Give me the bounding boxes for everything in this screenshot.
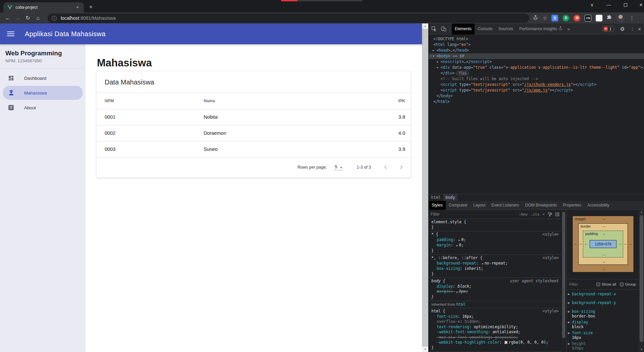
rendering-paint-icon[interactable] [548, 212, 552, 217]
window-minimize-button[interactable]: — [602, 0, 616, 10]
sidebar-tab-event-listeners[interactable]: Event Listeners [488, 201, 522, 210]
sidebar-tab-styles[interactable]: Styles [429, 201, 446, 210]
devtools-tab-console[interactable]: Console [475, 23, 495, 35]
css-property[interactable]: margin: ▶0; [431, 243, 559, 248]
hamburger-menu-icon[interactable] [7, 30, 14, 38]
sidebar-item-dashboard[interactable]: Dashboard [3, 71, 83, 85]
dom-tree-line[interactable]: </div>flex [429, 70, 644, 76]
page-scrollbar[interactable]: ▲ ▼ [422, 23, 428, 352]
box-model-margin[interactable]: margin – – – – border – – – – padding – [573, 216, 634, 272]
dom-tree-line[interactable]: ⋯▼<body> == $0 [429, 53, 644, 59]
expander-right-icon[interactable]: ▶ [568, 342, 570, 345]
devtools-close-icon[interactable]: × [638, 26, 641, 32]
breadcrumb-body[interactable]: body [443, 194, 458, 201]
inherited-target[interactable]: html [456, 302, 466, 307]
scroll-up-icon[interactable]: ▲ [639, 210, 644, 215]
styles-action-cls[interactable]: .cls [531, 212, 540, 217]
expander-right-icon[interactable]: ▶ [433, 48, 434, 53]
dom-tree-line[interactable]: <html lang="en"> [429, 42, 644, 48]
box-model-content[interactable]: 1258×979 [590, 240, 616, 248]
devtools-tab-sources[interactable]: Sources [495, 23, 516, 35]
css-property[interactable]: background-repeat: ▶no-repeat; [431, 261, 559, 267]
css-property[interactable]: margin: ▶8px; [431, 289, 559, 295]
new-tab-button[interactable]: + [87, 3, 95, 12]
dom-tree-line[interactable]: ▶<div data-app="true" class="v-applicati… [429, 65, 644, 70]
site-info-icon[interactable]: i [52, 16, 57, 21]
share-icon[interactable] [533, 15, 538, 21]
style-origin-link[interactable]: user agent stylesheet [510, 279, 559, 284]
dom-tree-line[interactable]: ▶<head>…</head> [429, 48, 644, 53]
sidebar-item-mahasiswa[interactable]: Mahasiswa [3, 86, 83, 100]
translate-icon[interactable]: 文 [551, 15, 558, 21]
bookmark-star-icon[interactable]: ☆ [543, 15, 547, 21]
css-property[interactable]: -webkit-font-smoothing: antialiased; [431, 330, 559, 335]
css-property[interactable]: text-rendering: optimizeLegibility; [431, 325, 559, 330]
forward-button[interactable]: → [13, 13, 23, 23]
styles-scrollbar-thumb[interactable] [562, 212, 565, 338]
computed-scrollbar[interactable]: ▲ ▼ [639, 210, 644, 352]
dom-tree-line[interactable]: <!DOCTYPE html> [429, 36, 644, 42]
css-property[interactable]: -moz-osx-font-smoothing: grayscale; [431, 335, 559, 340]
expander-right-icon[interactable]: ▶ [568, 310, 570, 313]
browser-menu-icon[interactable]: ⋮ [629, 15, 634, 21]
show-sidebar-icon[interactable] [555, 212, 559, 217]
sidebar-tab-computed[interactable]: Computed [446, 201, 470, 210]
computed-scrollbar-thumb[interactable] [640, 215, 643, 342]
red-m-icon[interactable]: M [574, 15, 580, 21]
css-property[interactable]: display: block; [431, 284, 559, 289]
css-property[interactable]: font-size: 16px; [431, 314, 559, 319]
device-toolbar-icon[interactable] [439, 24, 448, 33]
profile-avatar[interactable] [616, 14, 625, 22]
tab-close-icon[interactable]: × [74, 4, 80, 10]
dom-tree-line[interactable]: ▶<noscript>…</noscript> [429, 59, 644, 65]
style-origin-link[interactable]: <style> [543, 309, 559, 314]
expander-right-icon[interactable]: ▶ [568, 321, 570, 324]
scroll-up-icon[interactable]: ▲ [422, 23, 428, 29]
inspect-element-icon[interactable] [430, 24, 438, 33]
window-close-button[interactable]: × [634, 0, 644, 10]
expander-right-icon[interactable]: ▶ [437, 65, 439, 70]
expander-right-icon[interactable]: ▶ [568, 301, 570, 304]
dom-tree-line[interactable]: </body> [429, 93, 644, 99]
bw-icon[interactable] [596, 15, 602, 21]
sidebar-tab-accessibility[interactable]: Accessibility [584, 201, 612, 210]
styles-action-[interactable]: + [542, 212, 545, 217]
page-scrollbar-thumb[interactable] [422, 29, 428, 347]
color-swatch-icon[interactable] [504, 341, 507, 344]
dom-tree-line[interactable]: </html> [429, 99, 644, 105]
box-model-border[interactable]: border – – – – padding – – – – 1258×979 [578, 223, 628, 265]
styles-action-hov[interactable]: :hov [519, 212, 528, 217]
styles-filter-input[interactable]: Filter [431, 212, 516, 217]
browser-tab[interactable]: coba-project × [3, 2, 84, 12]
styles-scrollbar[interactable] [561, 210, 566, 352]
breadcrumb-html[interactable]: html [429, 194, 443, 201]
previous-page-button[interactable] [379, 161, 392, 174]
tab-search-chevron[interactable]: ∨ [585, 0, 599, 10]
window-restore-button[interactable] [619, 0, 633, 10]
sidebar-tab-dom-breakpoints[interactable]: DOM Breakpoints [522, 201, 560, 210]
green-d-icon[interactable]: D [562, 15, 569, 21]
css-property[interactable]: box-sizing: inherit; [431, 266, 559, 272]
css-property[interactable]: overflow-x: hidden; [431, 319, 559, 325]
sidebar-tab-layout[interactable]: Layout [470, 201, 488, 210]
expander-right-icon[interactable]: ▶ [437, 59, 439, 65]
group-checkbox[interactable]: Group [620, 282, 636, 286]
sidebar-tab-properties[interactable]: Properties [560, 201, 585, 210]
error-badge[interactable]: ✕ 1 [602, 26, 614, 32]
computed-filter-input[interactable]: Filter [569, 282, 596, 286]
style-origin-link[interactable]: <style> [543, 255, 559, 261]
dom-tree-line[interactable]: <script type="text/javascript" src="/js/… [429, 87, 644, 93]
back-button[interactable]: ← [3, 13, 13, 23]
sidebar-item-about[interactable]: ?About [3, 101, 83, 115]
show-all-checkbox[interactable]: Show all [596, 282, 616, 286]
style-origin-link[interactable]: <style> [543, 232, 559, 237]
scroll-down-icon[interactable]: ▼ [422, 347, 428, 352]
reload-button[interactable]: ↻ [23, 13, 33, 23]
extensions-puzzle-icon[interactable] [606, 15, 612, 21]
expander-right-icon[interactable]: ▶ [568, 293, 570, 296]
devtools-tab-elements[interactable]: Elements [452, 23, 475, 35]
expander-down-icon[interactable]: ▼ [433, 53, 434, 59]
rows-per-page-select[interactable]: 5 ▾ [334, 164, 342, 170]
expander-right-icon[interactable]: ▶ [568, 332, 570, 335]
settings-gear-icon[interactable] [618, 24, 627, 33]
